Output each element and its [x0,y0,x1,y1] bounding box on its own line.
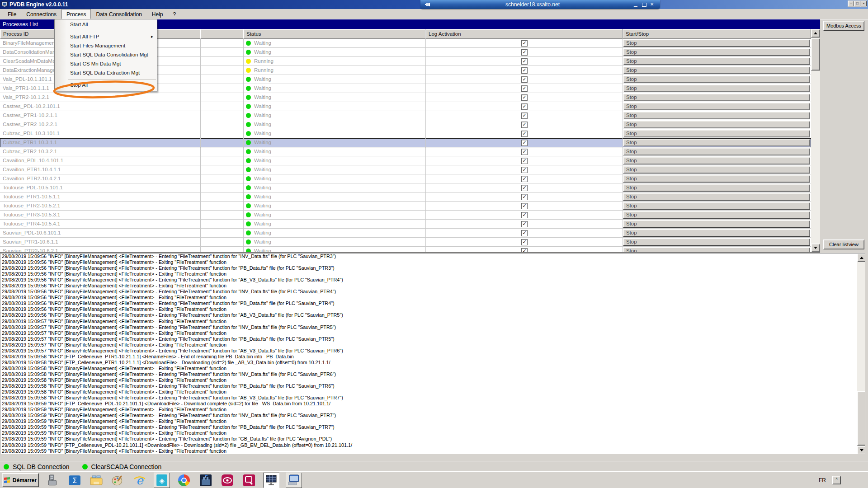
table-row[interactable]: Vals_PTR2-10.1.2.1 Waiting ✓ Stop [0,93,811,102]
log-scroll-down-icon[interactable] [857,446,865,454]
scroll-down-icon[interactable] [811,244,820,252]
taskbar-icon-internet-explorer[interactable]: e [132,473,147,488]
taskbar-icon-paint[interactable] [110,473,126,488]
column-header-status[interactable]: Status [243,29,425,39]
menu-item-start-sql-data-extraction-mgt[interactable]: Start SQL Data Extraction Mgt [55,69,157,78]
log-activation-checkbox[interactable]: ✓ [521,140,528,146]
menu-item-start-all[interactable]: Start All [55,20,157,29]
taskbar-icon-remote-desktop[interactable] [286,473,302,488]
log-activation-checkbox[interactable]: ✓ [521,131,528,137]
start-stop-button[interactable]: Stop [623,121,810,128]
tray-expand-icon[interactable]: ^ [832,476,841,484]
start-stop-button[interactable]: Stop [623,103,810,110]
log-activation-checkbox[interactable]: ✓ [521,113,528,119]
table-row[interactable]: Sauvian_PTR2-10.6.2.1 Waiting ✓ Stop [0,247,811,252]
scroll-up-icon[interactable] [811,29,820,38]
table-row[interactable]: Toulouse_PTR2-10.5.2.1 Waiting ✓ Stop [0,202,811,211]
taskbar-icon-pvdb-engine[interactable] [263,473,279,488]
log-activation-checkbox[interactable]: ✓ [521,221,528,227]
menu-item-start-cs-mn-data-mgt[interactable]: Start CS Mn Data Mgt [55,60,157,69]
clear-listview-button[interactable]: Clear listview [823,239,864,249]
table-row[interactable]: Sauvian_PDL-10.6.101.1 Waiting ✓ Stop [0,229,811,238]
language-indicator[interactable]: FR [819,477,826,483]
taskbar-icon-building-app[interactable] [198,473,213,488]
table-vertical-scrollbar[interactable] [811,29,820,252]
log-activation-checkbox[interactable]: ✓ [521,58,528,65]
start-stop-button[interactable]: Stop [623,157,810,164]
log-activation-checkbox[interactable]: ✓ [521,212,528,218]
start-stop-button[interactable]: Stop [623,57,810,65]
start-stop-button[interactable]: Stop [623,48,810,56]
rdp-restore-icon[interactable] [642,3,646,7]
table-row[interactable]: Sauvian_PTR1-10.6.1.1 Waiting ✓ Stop [0,238,811,247]
log-activation-checkbox[interactable]: ✓ [521,194,528,200]
column-header-blank[interactable] [200,29,243,39]
start-stop-button[interactable]: Stop [623,130,810,137]
table-row[interactable]: Cavaillon_PDL-10.4.101.1 Waiting ✓ Stop [0,156,811,165]
log-activation-checkbox[interactable]: ✓ [521,158,528,164]
menubar-item-help[interactable]: Help [147,9,168,19]
table-row[interactable]: Toulouse_PDL-10.5.101.1 Waiting ✓ Stop [0,183,811,192]
table-row[interactable]: Toulouse_PTR4-10.5.4.1 Waiting ✓ Stop [0,220,811,229]
maximize-icon[interactable]: □ [854,1,860,6]
start-stop-button[interactable]: Stop [623,39,810,47]
start-stop-button[interactable]: Stop [623,202,810,210]
log-pane[interactable]: 29/08/2019 15:09:56 "INFO" [BinaryFileMa… [0,253,865,454]
table-row[interactable]: Toulouse_PTR1-10.5.1.1 Waiting ✓ Stop [0,192,811,202]
log-activation-checkbox[interactable]: ✓ [521,122,528,128]
table-row[interactable]: Castres_PTR2-10.2.2.1 Waiting ✓ Stop [0,120,811,129]
menubar-item-connections[interactable]: Connections [21,9,61,19]
start-stop-button[interactable]: Stop [623,220,810,228]
log-activation-checkbox[interactable]: ✓ [521,94,528,101]
log-scroll-thumb[interactable] [857,391,865,446]
taskbar-icon-system-tools[interactable] [45,473,61,488]
log-activation-checkbox[interactable]: ✓ [521,67,528,74]
menu-item-start-all-ftp[interactable]: Start All FTP▸ [55,33,157,42]
start-stop-button[interactable]: Stop [623,166,810,174]
start-stop-button[interactable]: Stop [623,211,810,219]
start-stop-button[interactable]: Stop [623,94,810,101]
log-activation-checkbox[interactable]: ✓ [521,203,528,209]
log-activation-checkbox[interactable]: ✓ [521,40,528,47]
log-activation-checkbox[interactable]: ✓ [521,76,528,83]
log-activation-checkbox[interactable]: ✓ [521,248,528,252]
start-stop-button[interactable]: Stop [623,75,810,83]
log-scroll-up-icon[interactable] [857,253,865,262]
log-activation-checkbox[interactable]: ✓ [521,185,528,191]
rdp-close-icon[interactable]: ✕ [650,3,655,7]
start-stop-button[interactable]: Stop [623,193,810,201]
column-header-start-stop[interactable]: Start/Stop [623,29,811,39]
table-row[interactable]: Castres_PDL-10.2.101.1 Waiting ✓ Stop [0,102,811,111]
log-activation-checkbox[interactable]: ✓ [521,149,528,155]
table-row[interactable]: Cubzac_PDL-10.3.101.1 Waiting ✓ Stop [0,129,811,138]
start-stop-button[interactable]: Stop [623,229,810,237]
menubar-item-process[interactable]: Process [61,9,91,19]
taskbar-icon-eye-app[interactable] [220,473,235,488]
start-stop-button[interactable]: Stop [623,112,810,119]
taskbar-icon-teal-app[interactable]: ◈ [154,473,170,488]
start-stop-button[interactable]: Stop [623,238,810,246]
start-stop-button[interactable]: Stop [623,175,810,183]
rdp-minimize-icon[interactable]: ▁ [634,3,638,7]
start-stop-button[interactable]: Stop [623,139,810,146]
menubar-item-[interactable]: ? [168,9,181,19]
close-icon[interactable]: × [861,1,867,6]
menu-item-stop-all[interactable]: Stop All [55,81,157,90]
start-stop-button[interactable]: Stop [623,148,810,155]
menubar-item-data-consolidation[interactable]: Data Consolidation [91,9,146,19]
log-activation-checkbox[interactable]: ✓ [521,85,528,92]
taskbar-icon-monitor-app[interactable] [241,473,257,488]
table-row[interactable]: Cavaillon_PTR1-10.4.1.1 Waiting ✓ Stop [0,165,811,174]
log-activation-checkbox[interactable]: ✓ [521,230,528,236]
log-activation-checkbox[interactable]: ✓ [521,167,528,173]
table-scroll-thumb[interactable] [811,38,820,70]
log-vertical-scrollbar[interactable] [857,253,865,454]
menu-item-start-files-management[interactable]: Start Files Management [55,42,157,51]
start-stop-button[interactable]: Stop [623,84,810,92]
table-row[interactable]: Cubzac_PTR2-10.3.2.1 Waiting ✓ Stop [0,147,811,156]
log-activation-checkbox[interactable]: ✓ [521,176,528,182]
table-row[interactable]: Castres_PTR1-10.2.1.1 Waiting ✓ Stop [0,111,811,120]
table-row[interactable]: Cavaillon_PTR2-10.4.2.1 Waiting ✓ Stop [0,174,811,183]
menubar-item-file[interactable]: File [3,9,21,19]
minimize-icon[interactable]: – [848,1,854,6]
